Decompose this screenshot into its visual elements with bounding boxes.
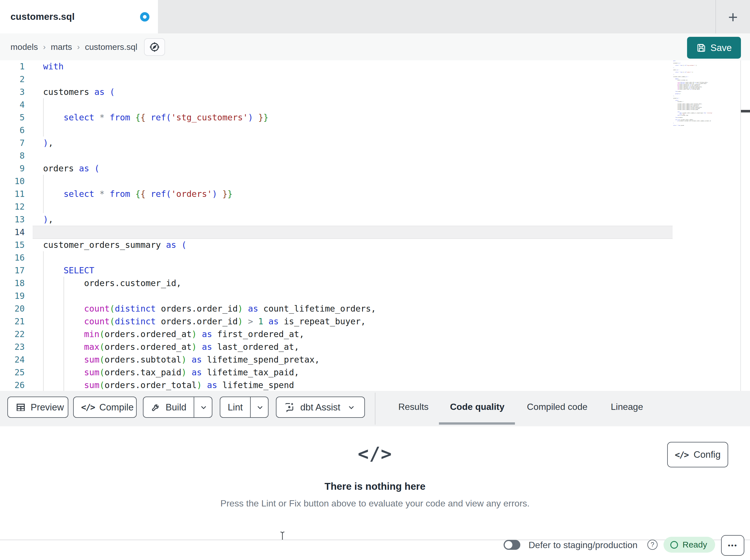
code-line-15[interactable]: 15customer_orders_summary as ( xyxy=(0,238,740,251)
tab-bar: customers.sql + xyxy=(0,0,750,34)
code-line-26[interactable]: 26 sum(orders.order_total) as lifetime_s… xyxy=(0,379,740,391)
line-number: 19 xyxy=(0,290,27,302)
line-number: 20 xyxy=(0,302,27,315)
unsaved-changes-icon xyxy=(140,12,150,22)
compile-button[interactable]: </> Build Compile xyxy=(73,397,137,418)
docs-compass-button[interactable] xyxy=(144,38,165,56)
tabbar-divider xyxy=(715,0,716,34)
status-badge: Ready xyxy=(664,537,715,553)
lint-button-label: Lint xyxy=(228,402,243,413)
editor-lines[interactable]: 1with23customers as (45 select * from {{… xyxy=(0,60,740,391)
table-icon xyxy=(15,402,26,413)
code-line-16[interactable]: 16 xyxy=(0,251,740,264)
line-number: 16 xyxy=(0,251,27,264)
defer-toggle[interactable] xyxy=(504,540,520,550)
line-number: 13 xyxy=(0,213,27,226)
empty-state-subtitle: Press the Lint or Fix button above to ev… xyxy=(220,498,529,509)
file-tab-customers-sql[interactable]: customers.sql xyxy=(0,0,158,34)
line-number: 23 xyxy=(0,340,27,353)
build-dropdown-button[interactable] xyxy=(194,397,213,417)
line-number: 14 xyxy=(0,226,27,238)
line-number: 1 xyxy=(0,60,27,73)
line-number: 5 xyxy=(0,111,27,124)
chevron-down-icon xyxy=(348,403,355,411)
breadcrumb-separator: › xyxy=(43,42,46,51)
code-line-24[interactable]: 24 sum(orders.subtotal) as lifetime_spen… xyxy=(0,353,740,366)
status-badge-label: Ready xyxy=(683,540,707,549)
chat-sparkle-icon xyxy=(284,402,295,413)
toggle-knob xyxy=(505,541,512,549)
line-number: 10 xyxy=(0,175,27,188)
build-button-label: Build xyxy=(165,402,186,413)
lint-button-main[interactable]: Lint xyxy=(220,397,250,417)
code-line-4[interactable]: 4 xyxy=(0,98,740,111)
new-tab-button[interactable]: + xyxy=(722,6,744,27)
code-line-12[interactable]: 12 xyxy=(0,200,740,213)
code-line-20[interactable]: 20 count(distinct orders.order_id) as co… xyxy=(0,302,740,315)
breadcrumb-item-file[interactable]: customers.sql xyxy=(85,42,137,52)
code-line-13[interactable]: 13), xyxy=(0,213,740,226)
chevron-down-icon xyxy=(200,403,207,411)
minimap[interactable]: withcustomers as ( select * from {{ ref(… xyxy=(673,60,741,127)
code-line-17[interactable]: 17 SELECT xyxy=(0,264,740,277)
code-line-1[interactable]: 1with xyxy=(0,60,740,73)
line-number: 21 xyxy=(0,315,27,328)
toolbar-tabs-divider xyxy=(375,393,375,424)
code-line-5[interactable]: 5 select * from {{ ref('stg_customers') … xyxy=(0,111,740,124)
question-circle-icon[interactable]: ? xyxy=(647,540,657,550)
code-line-3[interactable]: 3customers as ( xyxy=(0,86,740,98)
code-line-19[interactable]: 19 xyxy=(0,290,740,302)
minimap-code: withcustomers as ( select * from {{ ref(… xyxy=(673,60,680,126)
lint-dropdown-button[interactable] xyxy=(250,397,269,417)
empty-state-title: There is nothing here xyxy=(325,481,426,492)
code-line-25[interactable]: 25 sum(orders.tax_paid) as lifetime_tax_… xyxy=(0,366,740,379)
code-line-23[interactable]: 23 max(orders.ordered_at) as last_ordere… xyxy=(0,340,740,353)
ellipsis-icon: ••• xyxy=(728,542,737,549)
line-number: 25 xyxy=(0,366,27,379)
build-button-main[interactable]: Build xyxy=(143,397,194,417)
line-number: 6 xyxy=(0,124,27,137)
code-line-2[interactable]: 2 xyxy=(0,73,740,86)
config-button[interactable]: </> Config xyxy=(667,442,728,468)
code-line-8[interactable]: 8 xyxy=(0,149,740,162)
code-brackets-icon: </> xyxy=(358,443,392,464)
code-line-7[interactable]: 7), xyxy=(0,137,740,149)
code-editor[interactable]: 1with23customers as (45 select * from {{… xyxy=(0,60,750,391)
overflow-menu-button[interactable]: ••• xyxy=(721,535,744,556)
tab-lineage[interactable]: Lineage xyxy=(611,402,643,412)
breadcrumb-item-marts[interactable]: marts xyxy=(51,42,72,52)
build-button: Build xyxy=(143,397,212,418)
compass-icon xyxy=(149,41,160,53)
code-icon: </> xyxy=(675,450,689,460)
breadcrumb-item-models[interactable]: models xyxy=(11,42,38,52)
code-line-11[interactable]: 11 select * from {{ ref('orders') }} xyxy=(0,188,740,200)
breadcrumb-separator: › xyxy=(77,42,80,51)
line-number: 8 xyxy=(0,149,27,162)
code-line-21[interactable]: 21 count(distinct orders.order_id) > 1 a… xyxy=(0,315,740,328)
save-button[interactable]: Save xyxy=(687,37,741,59)
bottom-toolbar: Preview </> Build Compile Build Lint xyxy=(0,391,750,426)
code-line-14[interactable]: 14 xyxy=(0,226,740,238)
code-line-18[interactable]: 18 orders.customer_id, xyxy=(0,277,740,290)
editor-scrollbar-thumb[interactable] xyxy=(741,110,750,112)
dbt-assist-button[interactable]: dbt Assist xyxy=(276,397,365,418)
tab-results[interactable]: Results xyxy=(398,402,429,412)
line-number: 9 xyxy=(0,162,27,175)
tab-compiled-code[interactable]: Compiled code xyxy=(527,402,587,412)
code-line-22[interactable]: 22 min(orders.ordered_at) as first_order… xyxy=(0,328,740,340)
code-line-9[interactable]: 9orders as ( xyxy=(0,162,740,175)
preview-button[interactable]: Preview xyxy=(7,397,68,418)
compile-button-label: Compile xyxy=(99,402,134,413)
code-line-6[interactable]: 6 xyxy=(0,124,740,137)
code-line-10[interactable]: 10 xyxy=(0,175,740,188)
code-icon: </> xyxy=(81,402,95,412)
dbt-assist-button-label: dbt Assist xyxy=(300,402,340,413)
config-button-label: Config xyxy=(694,449,721,460)
line-number: 11 xyxy=(0,188,27,200)
line-number: 4 xyxy=(0,98,27,111)
tab-code-quality[interactable]: Code quality xyxy=(450,402,505,412)
line-number: 3 xyxy=(0,86,27,98)
file-tab-title: customers.sql xyxy=(11,11,75,22)
line-number: 24 xyxy=(0,353,27,366)
lint-button: Lint xyxy=(220,397,269,418)
